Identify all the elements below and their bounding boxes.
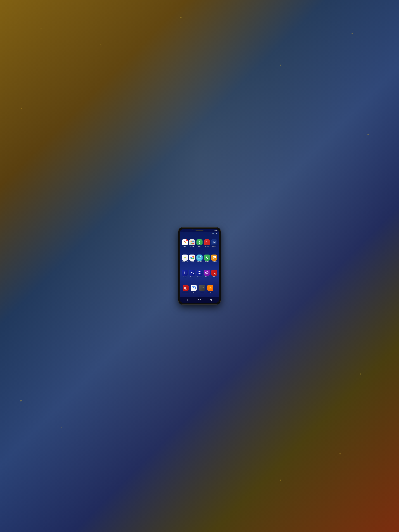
svg-text:T: T [199, 242, 200, 243]
tmembership-label: T 멤버십 [212, 246, 216, 247]
star-decoration: ★ [40, 27, 42, 30]
star-decoration: ★ [20, 106, 22, 109]
management-icon [198, 256, 201, 259]
app-camera[interactable]: Камера [181, 270, 188, 278]
svg-rect-41 [194, 288, 195, 288]
app-google[interactable]: G 1 Google [181, 239, 188, 247]
google-label: Google [183, 246, 186, 247]
lgpay-icon: LGPay [213, 271, 216, 275]
googletv-icon [192, 286, 196, 290]
settings-label: Настройки [197, 276, 202, 278]
phone-camera [192, 229, 193, 230]
star-decoration: ★ [279, 64, 282, 67]
app-gallery[interactable]: Галерея [189, 270, 196, 278]
nav-recent-button[interactable] [186, 298, 190, 302]
screen: ▲■ 15:47 🔍 ⋮ G 1 Google [180, 229, 219, 303]
nav-home-button[interactable] [198, 298, 201, 302]
chrome-icon [190, 256, 194, 260]
app-lgpay[interactable]: LGPay LG Pay [211, 270, 218, 278]
signal-indicators: ▲■ [182, 230, 184, 231]
app-vazhnoe[interactable]: Важное [189, 239, 196, 247]
sms-icon [212, 256, 216, 259]
qvoice-label: QVoice [205, 276, 209, 278]
recent-apps-icon [187, 299, 189, 301]
management-label: Управление [196, 261, 203, 262]
app-sms[interactable]: SMS/MMS [211, 254, 218, 262]
tworld-icon: world [200, 286, 204, 290]
camera-label: Камера [183, 276, 187, 278]
gallery-icon [190, 271, 194, 274]
svg-point-34 [207, 272, 207, 273]
star-decoration: ★ [60, 426, 62, 429]
svg-point-26 [214, 257, 214, 258]
app-management[interactable]: Управление [196, 254, 203, 262]
star-decoration: ★ [20, 399, 22, 402]
status-left: ▲■ [182, 230, 184, 231]
playmusic-label: Play Музыка [207, 291, 213, 293]
sms-label: SMS/MMS [212, 261, 217, 262]
star-decoration: ★ [351, 32, 354, 35]
nav-bar [180, 297, 219, 303]
svg-point-27 [214, 257, 215, 258]
app-row-4: Инстр-ты SIM Google TV [181, 281, 218, 296]
svg-rect-24 [198, 257, 199, 257]
svg-rect-39 [193, 287, 194, 288]
svg-text:world: world [200, 287, 204, 289]
onestore-label: 원스토어 [205, 246, 209, 247]
app-playmusic[interactable]: Play Музыка [207, 285, 214, 293]
more-options-icon[interactable]: ⋮ [215, 233, 217, 234]
search-icon[interactable]: 🔍 [212, 233, 215, 234]
phone-speaker [196, 230, 203, 231]
svg-point-30 [184, 273, 185, 273]
star-decoration: ★ [100, 43, 102, 46]
app-tworld[interactable]: world T world [198, 285, 206, 293]
app-sim[interactable]: Инстр-ты SIM [182, 285, 189, 293]
search-bar-area: 🔍 ⋮ [180, 232, 219, 235]
google-icon: G [184, 241, 186, 244]
onestore-icon: 1 [206, 241, 208, 244]
back-icon [210, 299, 212, 301]
settings-icon [198, 271, 201, 275]
app-onestore[interactable]: 1 원스토어 [203, 239, 210, 247]
star-decoration: ★ [180, 16, 182, 19]
svg-marker-31 [190, 272, 194, 274]
app-qvoice[interactable]: QVoice [203, 270, 210, 278]
app-googleplay[interactable]: Google Play [181, 254, 188, 262]
star-decoration: ★ [359, 372, 361, 375]
app-row-2: Google Play [181, 251, 218, 266]
googleplay-icon [183, 256, 187, 260]
app-googletv[interactable]: Google TV [190, 285, 197, 293]
tmembership-icon [212, 241, 216, 244]
googletv-label: Google TV [191, 291, 196, 293]
nav-back-button[interactable] [209, 298, 213, 302]
star-decoration: ★ [367, 133, 369, 136]
playmusic-icon [208, 286, 212, 290]
app-phone[interactable]: Телефон [203, 254, 210, 262]
svg-point-22 [192, 257, 193, 258]
svg-rect-3 [192, 243, 194, 244]
app-chrome[interactable]: Chrome [189, 254, 196, 262]
svg-rect-0 [190, 241, 192, 242]
app-tmembership[interactable]: T 멤버십 [211, 239, 218, 247]
phone: ▲■ 15:47 🔍 ⋮ G 1 Google [178, 228, 221, 304]
google-badge: 1 [186, 239, 188, 241]
tworld-label: T world [200, 291, 204, 293]
phone-label: Телефон [205, 261, 209, 262]
vazhnoe-label: Важное [190, 246, 194, 247]
star-decoration: ★ [339, 452, 342, 455]
vazhnoe-icon [190, 241, 194, 244]
googleplay-label: Google Play [182, 261, 188, 262]
home-icon [198, 299, 201, 301]
star-decoration: ★ [279, 479, 282, 482]
app-row-3: Камера Галерея [181, 266, 218, 281]
svg-rect-25 [198, 258, 199, 258]
app-settings[interactable]: Настройки [196, 270, 203, 278]
svg-rect-2 [190, 243, 192, 244]
tphone-icon: T [198, 241, 201, 244]
app-grid: G 1 Google [180, 235, 219, 297]
app-tphone[interactable]: T Tphone [196, 239, 203, 247]
svg-rect-37 [185, 288, 186, 288]
svg-rect-40 [194, 287, 195, 287]
app-row-1: G 1 Google [181, 236, 218, 251]
sim-label: Инстр-ты SIM [182, 291, 189, 293]
